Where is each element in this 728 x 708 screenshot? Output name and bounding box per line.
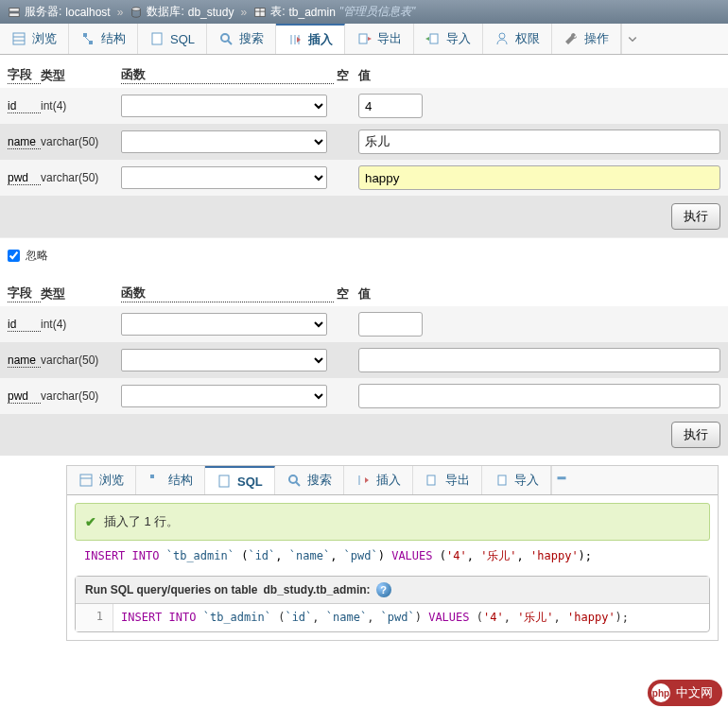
svg-rect-27 xyxy=(219,475,229,487)
help-icon[interactable]: ? xyxy=(376,582,391,597)
svg-rect-24 xyxy=(80,475,92,486)
ignore-checkbox[interactable] xyxy=(8,250,20,262)
tab-search[interactable]: 搜索 xyxy=(207,24,276,54)
col-value-header: 值 xyxy=(351,285,720,302)
sql-editor-line[interactable]: INSERT INTO `tb_admin` (`id`, `name`, `p… xyxy=(113,604,636,631)
func-select[interactable] xyxy=(121,385,327,407)
table-value[interactable]: tb_admin xyxy=(288,6,335,19)
field-name: name xyxy=(8,354,41,368)
tab-import[interactable]: 导入 xyxy=(414,24,483,54)
field-type: varchar(50) xyxy=(41,389,121,403)
form2-header: 字段 类型 函数 空 值 xyxy=(0,281,728,306)
table-row: id int(4) xyxy=(0,306,728,342)
sql-icon xyxy=(217,474,232,489)
submit-row: 执行 xyxy=(0,196,728,237)
server-label: 服务器: xyxy=(25,4,61,20)
tab-search[interactable]: 搜索 xyxy=(275,466,344,494)
svg-point-13 xyxy=(221,34,229,42)
field-type: varchar(50) xyxy=(41,135,121,148)
tab-insert[interactable]: 插入 xyxy=(344,466,413,494)
func-select[interactable] xyxy=(121,166,327,189)
svg-rect-19 xyxy=(359,34,367,43)
form2: id int(4) name varchar(50) pwd varchar(5… xyxy=(0,306,728,456)
separator: » xyxy=(117,6,124,19)
success-message: 插入了 1 行。 xyxy=(75,503,710,541)
ignore-row: 忽略 xyxy=(0,237,728,273)
query-panel: Run SQL query/queries on table db_study.… xyxy=(75,576,710,632)
func-select[interactable] xyxy=(121,130,327,153)
wrench-icon xyxy=(563,31,579,46)
tab-export[interactable]: 导出 xyxy=(413,466,482,494)
col-func-header: 函数 xyxy=(121,285,334,302)
field-name: id xyxy=(8,99,41,113)
svg-marker-31 xyxy=(365,477,369,483)
tab-browse[interactable]: 浏览 xyxy=(0,24,69,54)
field-type: int(4) xyxy=(41,99,121,112)
browse-icon xyxy=(78,473,94,488)
col-value-header: 值 xyxy=(351,67,720,84)
func-select[interactable] xyxy=(121,313,327,336)
table-label: 表: xyxy=(270,4,285,20)
svg-marker-20 xyxy=(368,37,372,41)
search-icon xyxy=(286,473,302,488)
func-select[interactable] xyxy=(121,349,327,371)
insert-icon xyxy=(355,473,371,488)
table-row: pwd varchar(50) xyxy=(0,160,728,196)
insert-icon xyxy=(287,32,303,47)
breadcrumb: 服务器: localhost » 数据库: db_study » 表: tb_a… xyxy=(0,0,728,24)
func-select[interactable] xyxy=(121,95,327,117)
field-type: varchar(50) xyxy=(41,171,121,184)
col-null-header: 空 xyxy=(334,67,351,84)
value-input-pwd[interactable] xyxy=(358,165,720,190)
svg-line-11 xyxy=(85,37,91,43)
value-input-name[interactable] xyxy=(358,130,720,154)
svg-rect-1 xyxy=(9,12,20,16)
tab-structure[interactable]: 结构 xyxy=(69,24,138,54)
ignore-label: 忽略 xyxy=(26,248,48,264)
browse-icon xyxy=(11,31,26,46)
execute-button[interactable]: 执行 xyxy=(671,422,720,448)
svg-rect-21 xyxy=(430,34,438,43)
export-icon xyxy=(356,31,372,46)
value-input-name[interactable] xyxy=(358,348,720,372)
svg-marker-22 xyxy=(425,37,429,41)
svg-rect-0 xyxy=(9,8,20,11)
svg-point-23 xyxy=(499,33,505,39)
value-input-id[interactable] xyxy=(358,312,423,337)
field-type: varchar(50) xyxy=(41,354,121,367)
tab-insert[interactable]: 插入 xyxy=(276,24,345,54)
sql-display: INSERT INTO `tb_admin` (`id`, `name`, `p… xyxy=(84,548,701,564)
separator: » xyxy=(240,6,247,19)
tab-export[interactable]: 导出 xyxy=(345,24,414,54)
tab-privileges[interactable]: 权限 xyxy=(483,24,552,54)
tab-operations[interactable]: 操作 xyxy=(552,24,621,54)
value-input-id[interactable] xyxy=(358,94,423,118)
main-tabs: 浏览 结构 SQL 搜索 插入 导出 导入 权限 操作 xyxy=(0,24,728,55)
tab-structure[interactable]: 结构 xyxy=(136,466,205,494)
export-icon xyxy=(425,473,440,488)
col-type-header: 类型 xyxy=(41,285,121,302)
svg-line-29 xyxy=(296,482,300,486)
value-input-pwd[interactable] xyxy=(358,384,720,408)
col-null-header: 空 xyxy=(334,285,351,302)
db-value[interactable]: db_study xyxy=(188,6,234,19)
tab-more[interactable] xyxy=(621,24,642,54)
execute-button[interactable]: 执行 xyxy=(671,203,720,230)
svg-point-28 xyxy=(289,475,297,483)
col-field-header: 字段 xyxy=(8,285,41,302)
svg-line-14 xyxy=(228,41,232,44)
tab-more[interactable] xyxy=(551,466,572,494)
priv-icon xyxy=(494,31,510,46)
svg-rect-33 xyxy=(498,475,506,485)
field-name: id xyxy=(8,318,41,332)
tab-import[interactable]: 导入 xyxy=(482,466,551,494)
tab-browse[interactable]: 浏览 xyxy=(67,466,136,494)
tab-sql[interactable]: SQL xyxy=(205,466,275,494)
result-panel: 浏览 结构 SQL 搜索 插入 导出 导入 插入了 1 行。 INSERT IN… xyxy=(66,465,719,641)
svg-rect-26 xyxy=(150,475,154,478)
import-icon xyxy=(425,31,441,46)
server-value[interactable]: localhost xyxy=(65,6,110,19)
tab-sql[interactable]: SQL xyxy=(138,24,207,54)
import-icon xyxy=(494,473,509,488)
field-type: int(4) xyxy=(41,318,121,331)
